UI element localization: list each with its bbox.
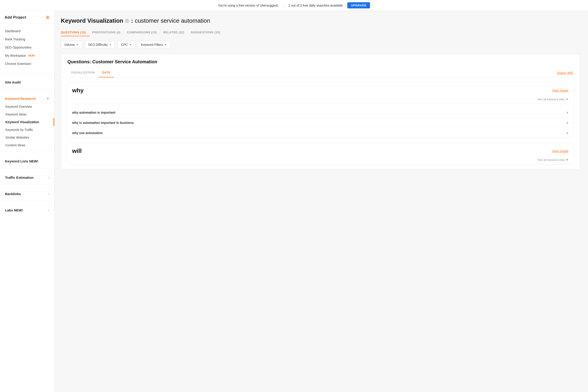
page-title-separator: : bbox=[131, 17, 133, 24]
labs-arrow: › bbox=[48, 209, 49, 212]
tab-prepositions[interactable]: PREPOSITIONS (4) bbox=[92, 29, 124, 36]
export-img-link[interactable]: Export IMG bbox=[557, 71, 573, 75]
seo-difficulty-filter[interactable]: SEO Difficulty ▼ bbox=[85, 41, 115, 48]
volume-filter[interactable]: Volume ▼ bbox=[61, 41, 82, 48]
sidebar-item-seo-opportunities[interactable]: SEO Opportunities bbox=[0, 43, 54, 52]
why-see-all-label: See all keyword data bbox=[537, 98, 565, 101]
labs-label: Labs NEW! bbox=[5, 208, 23, 212]
keyword-row-why-3[interactable]: why use automation ∧ bbox=[67, 128, 574, 138]
sidebar-item-keyword-overview[interactable]: Keyword Overview bbox=[0, 103, 54, 110]
why-keyword-group: why View Image See all keyword data ▼ wh… bbox=[66, 82, 574, 138]
questions-card-title: Questions: bbox=[68, 59, 91, 64]
seo-difficulty-filter-arrow: ▼ bbox=[109, 43, 112, 46]
why-view-image-link[interactable]: View Image bbox=[552, 89, 568, 92]
questions-card-subtitle: Customer Service Automation bbox=[92, 59, 157, 64]
backlinks-header[interactable]: Backlinks › bbox=[0, 190, 54, 198]
will-group-header: will View Image bbox=[67, 143, 574, 158]
page-title: Keyword Visualization i : customer servi… bbox=[61, 17, 580, 24]
traffic-estimation-arrow: › bbox=[48, 176, 49, 179]
sidebar-section-keyword-research: Keyword Research ▼ Keyword Overview Keyw… bbox=[0, 91, 54, 150]
volume-filter-label: Volume bbox=[64, 43, 75, 46]
cpc-filter-label: CPC bbox=[121, 43, 128, 46]
inner-tab-data[interactable]: DATA bbox=[98, 68, 114, 77]
why-group-divider bbox=[72, 104, 568, 104]
why-see-all-arrow: ▼ bbox=[566, 98, 568, 101]
content-inner: Keyword Visualization i : customer servi… bbox=[54, 11, 588, 180]
sidebar-section-traffic-estimation: Traffic Estimation › bbox=[0, 170, 54, 182]
add-project-icon[interactable]: ⊕ bbox=[46, 15, 50, 20]
backlinks-arrow: › bbox=[48, 192, 49, 196]
inner-tabs: VISUALIZATION DATA Export IMG bbox=[61, 68, 580, 78]
site-audit-header[interactable]: Site Audit bbox=[0, 78, 54, 86]
site-audit-label: Site Audit bbox=[5, 80, 21, 84]
keyword-research-header[interactable]: Keyword Research ▼ bbox=[0, 94, 54, 103]
sidebar-divider-3 bbox=[0, 152, 54, 152]
sidebar-item-keyword-visualization[interactable]: Keyword Visualization bbox=[0, 118, 54, 126]
keyword-research-arrow: ▼ bbox=[46, 97, 49, 100]
sidebar-item-chrome-extension[interactable]: Chrome Extension bbox=[0, 60, 54, 68]
keyword-text-why-2: why is automation important in business bbox=[72, 121, 134, 124]
sidebar-nav: Dashboard Rank Tracking SEO Opportunitie… bbox=[0, 24, 54, 71]
sidebar: Add Project ⊕ Dashboard Rank Tracking SE… bbox=[0, 11, 54, 392]
sidebar-section-keyword-lists: Keyword Lists NEW! bbox=[0, 154, 54, 166]
sidebar-divider-6 bbox=[0, 201, 54, 201]
will-keyword-group: will View Image See all keyword data ▼ bbox=[66, 143, 574, 164]
sidebar-divider-1 bbox=[0, 73, 54, 73]
sidebar-divider-5 bbox=[0, 184, 54, 185]
tab-related[interactable]: RELATED (22) bbox=[163, 29, 188, 36]
will-view-image-link[interactable]: View Image bbox=[552, 149, 568, 153]
filter-row: Volume ▼ SEO Difficulty ▼ CPC ▼ Keyword … bbox=[61, 41, 580, 48]
traffic-estimation-header[interactable]: Traffic Estimation › bbox=[0, 173, 54, 182]
tab-questions[interactable]: QUESTIONS (15) bbox=[61, 29, 90, 36]
sidebar-section-backlinks: Backlinks › bbox=[0, 186, 54, 199]
banner-divider: | bbox=[283, 4, 284, 7]
keyword-lists-header[interactable]: Keyword Lists NEW! bbox=[0, 157, 54, 166]
sidebar-item-my-workspace[interactable]: My Workspace NEW! bbox=[0, 52, 54, 60]
questions-card: Questions: Customer Service Automation V… bbox=[61, 54, 580, 169]
sidebar-item-rank-tracking[interactable]: Rank Tracking bbox=[0, 35, 54, 43]
sidebar-item-content-ideas[interactable]: Content Ideas bbox=[0, 141, 54, 149]
main-layout: Add Project ⊕ Dashboard Rank Tracking SE… bbox=[0, 11, 588, 392]
tab-comparisons[interactable]: COMPARISONS (13) bbox=[127, 29, 161, 36]
labs-badge: NEW! bbox=[14, 208, 23, 212]
why-1-chevron: ∧ bbox=[566, 111, 568, 114]
upgrade-button[interactable]: UPGRADE bbox=[347, 2, 370, 8]
why-group-header: why View Image bbox=[67, 82, 574, 98]
sidebar-item-similar-websites[interactable]: Similar Websites bbox=[0, 134, 54, 141]
sidebar-section-labs: Labs NEW! › bbox=[0, 203, 54, 215]
top-banner: You're using a free version of Ubersugge… bbox=[0, 0, 588, 11]
labs-header[interactable]: Labs NEW! › bbox=[0, 206, 54, 214]
cpc-filter[interactable]: CPC ▼ bbox=[118, 41, 135, 48]
seo-difficulty-filter-label: SEO Difficulty bbox=[88, 43, 108, 46]
sidebar-item-keyword-ideas[interactable]: Keyword Ideas bbox=[0, 110, 54, 118]
keyword-text-why-3: why use automation bbox=[72, 131, 103, 135]
keyword-row-why-1[interactable]: why automation is important ∧ bbox=[67, 108, 574, 118]
tab-suggestions[interactable]: SUGGESTIONS (30) bbox=[190, 29, 224, 36]
info-icon[interactable]: i bbox=[125, 19, 129, 23]
inner-tab-visualization[interactable]: VISUALIZATION bbox=[68, 68, 98, 77]
cpc-filter-arrow: ▼ bbox=[129, 43, 132, 46]
why-see-all-row[interactable]: See all keyword data ▼ bbox=[67, 98, 574, 104]
keyword-filters-arrow: ▼ bbox=[164, 43, 167, 46]
sidebar-item-keywords-by-traffic[interactable]: Keywords by Traffic bbox=[0, 126, 54, 134]
keyword-row-why-2[interactable]: why is automation important in business … bbox=[67, 118, 574, 128]
my-workspace-badge: NEW! bbox=[28, 54, 35, 57]
will-see-all-label: See all keyword data bbox=[537, 158, 565, 162]
sidebar-divider-4 bbox=[0, 168, 54, 168]
keyword-research-label: Keyword Research bbox=[5, 97, 36, 100]
keyword-filters-label: Keyword Filters bbox=[141, 43, 163, 46]
traffic-estimation-label: Traffic Estimation bbox=[5, 176, 34, 180]
keyword-filters-filter[interactable]: Keyword Filters ▼ bbox=[138, 41, 170, 48]
page-title-keyword: customer service automation bbox=[135, 17, 210, 24]
keyword-text-why-1: why automation is important bbox=[72, 111, 116, 114]
questions-card-header: Questions: Customer Service Automation bbox=[61, 54, 580, 68]
main-tabs: QUESTIONS (15) PREPOSITIONS (4) COMPARIS… bbox=[61, 29, 580, 36]
why-2-chevron: ∧ bbox=[566, 121, 568, 124]
sidebar-divider-2 bbox=[0, 89, 54, 90]
will-see-all-row[interactable]: See all keyword data ▼ bbox=[67, 158, 574, 164]
sidebar-item-dashboard[interactable]: Dashboard bbox=[0, 27, 54, 35]
sidebar-header: Add Project ⊕ bbox=[0, 11, 54, 24]
volume-filter-arrow: ▼ bbox=[76, 43, 79, 46]
will-see-all-arrow: ▼ bbox=[566, 158, 568, 162]
backlinks-label: Backlinks bbox=[5, 192, 21, 196]
